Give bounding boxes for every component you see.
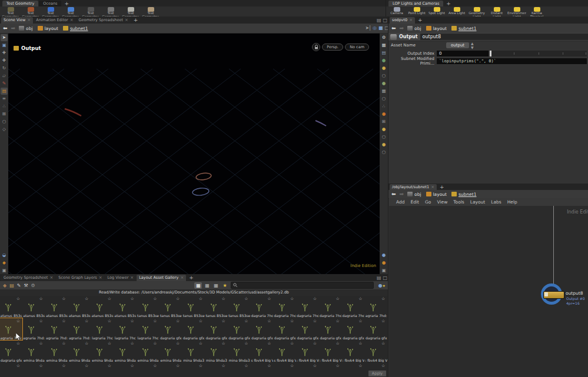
shelf-left-tool-shaderball-icon[interactable]: Test Geometry: ...: [61, 7, 80, 16]
asset-cell[interactable]: ☆dagraria gfx: [251, 318, 273, 340]
asset-cell[interactable]: ☆agraria 7hd:: [46, 318, 68, 340]
asset-cell[interactable]: ☆: [182, 363, 205, 377]
node-name-field[interactable]: output8: [420, 34, 588, 40]
favorite-star-icon[interactable]: ☆: [176, 363, 180, 368]
sun-icon[interactable]: ●: [380, 126, 387, 133]
favorite-star-icon[interactable]: ☆: [176, 296, 180, 301]
view-grid-large-icon[interactable]: ▦: [212, 282, 220, 289]
favorite-star-icon[interactable]: ☆: [199, 319, 202, 323]
asset-cell[interactable]: ☆dagraria gfx: [274, 318, 296, 340]
asset-cell[interactable]: ☆atanus 853s: [23, 296, 45, 318]
asset-cell[interactable]: ☆dagraria gfx: [365, 318, 387, 340]
favorite-star-icon[interactable]: ☆: [244, 341, 248, 346]
scene-pane-tab-2[interactable]: Geometry Spreadsheet×: [77, 17, 131, 24]
settings-gear-icon[interactable]: ⚙: [380, 34, 387, 41]
favorite-star-icon[interactable]: ☆: [290, 363, 294, 368]
favorite-star-icon[interactable]: ☆: [335, 296, 339, 301]
asset-cell[interactable]: ☆mina 9hda3: [182, 341, 205, 362]
asset-cell[interactable]: ☆emina 9hda: [68, 341, 91, 362]
favorite-star-icon[interactable]: ☆: [290, 296, 294, 301]
favorite-star-icon[interactable]: ☆: [16, 363, 20, 368]
asset-cell[interactable]: ☆: [228, 363, 251, 377]
maximize-pane-icon[interactable]: □: [383, 275, 387, 281]
back-arrow-icon[interactable]: ⬅: [391, 191, 396, 197]
pane-menu-icon[interactable]: ▤: [377, 17, 381, 24]
pencil-icon[interactable]: ✎: [17, 283, 21, 288]
asset-cell[interactable]: ☆emina 9hda: [46, 341, 68, 362]
asset-cell[interactable]: ☆: [342, 363, 364, 377]
asset-cell[interactable]: ☆: [91, 363, 114, 377]
favorite-star-icon[interactable]: ☆: [85, 363, 88, 368]
favorite-star-icon[interactable]: ☆: [267, 296, 271, 301]
favorite-star-icon[interactable]: ☆: [85, 319, 88, 323]
favorite-star-icon[interactable]: ☆: [62, 341, 65, 346]
back-arrow-icon[interactable]: ⬅: [3, 25, 8, 31]
favorite-star-icon[interactable]: ☆: [108, 363, 111, 368]
shelf-left-tool-rubber-toy-icon[interactable]: Test Geometry: ...: [1, 7, 20, 16]
asset-cell[interactable]: ☆dagraria gfx: [297, 318, 319, 340]
subnet-prims-field[interactable]: `lopinputprims(".", 0)`: [437, 58, 587, 64]
menu-edit[interactable]: Edit: [411, 199, 420, 205]
output-node[interactable]: output8 Output #0 4pr=16: [541, 283, 588, 309]
favorite-star-icon[interactable]: ☆: [131, 341, 134, 346]
params-pane-add-tab-icon[interactable]: +: [416, 17, 425, 24]
favorite-star-icon[interactable]: ☆: [199, 341, 202, 346]
asset-cell[interactable]: ☆: [160, 363, 182, 377]
shelf-right-add-tab-icon[interactable]: +: [444, 1, 453, 6]
favorite-star-icon[interactable]: ☆: [313, 319, 317, 323]
close-tab-icon[interactable]: ×: [125, 17, 128, 24]
favorite-star-icon[interactable]: ☆: [244, 363, 248, 368]
handles-icon[interactable]: ●: [380, 111, 387, 118]
shelf-left-tool-crag-icon[interactable]: Test Geometry: ...: [81, 7, 100, 16]
close-tab-icon[interactable]: ×: [409, 17, 413, 24]
pose-brush-icon[interactable]: ✎: [1, 80, 8, 87]
asset-cell[interactable]: ☆atanus 853s: [46, 296, 68, 318]
favorite-star-icon[interactable]: ☆: [153, 296, 157, 301]
close-tab-icon[interactable]: ×: [70, 17, 74, 24]
output-index-slider[interactable]: [490, 51, 587, 56]
favorite-star-icon[interactable]: ☆: [85, 341, 88, 346]
asset-cell[interactable]: ☆emina 9hda: [23, 341, 45, 362]
menu-layout[interactable]: Layout: [470, 199, 486, 205]
forward-arrow-icon[interactable]: ➡: [11, 25, 16, 31]
favorite-star-icon[interactable]: ☆: [153, 319, 157, 323]
favorite-star-icon[interactable]: ☆: [199, 363, 202, 368]
close-tab-icon[interactable]: ×: [27, 17, 31, 24]
pane-menu-icon[interactable]: ▤: [377, 275, 381, 281]
node-body[interactable]: [543, 291, 564, 299]
menu-help[interactable]: Help: [507, 199, 517, 205]
close-tab-icon[interactable]: ×: [99, 275, 102, 281]
asset-cell[interactable]: ☆emina 9hda: [137, 341, 160, 362]
asset-cell[interactable]: ☆dagraria gfx: [0, 341, 22, 362]
asset-cell[interactable]: ☆: [137, 363, 160, 377]
favorite-star-icon[interactable]: ☆: [313, 296, 317, 301]
menu-labs[interactable]: Labs: [491, 199, 501, 205]
shelf-left-tab-1[interactable]: Oceans: [39, 1, 61, 6]
asset-cell[interactable]: ☆tanus 853se: [228, 296, 251, 318]
pin-pane-icon[interactable]: ➤|: [365, 24, 370, 33]
shelf-left-tool-pig-icon[interactable]: Test Geometry: ...: [141, 7, 160, 16]
points-display-icon[interactable]: ∴: [380, 103, 387, 110]
favorite-star-icon[interactable]: ☆: [358, 296, 362, 301]
favorite-star-icon[interactable]: ☆: [16, 296, 20, 301]
favorite-star-icon[interactable]: ☆: [131, 363, 134, 368]
asset-cell[interactable]: ☆: [46, 363, 68, 377]
asset-cell[interactable]: ☆tanus 853se: [137, 296, 160, 318]
asset-cell[interactable]: ☆tanus 853se: [182, 296, 205, 318]
favorite-star-icon[interactable]: ☆: [267, 341, 271, 346]
asset-cell[interactable]: ☆s fbvk4 Big V: [251, 341, 273, 362]
forward-arrow-icon[interactable]: ➡: [400, 191, 404, 197]
grid-icon[interactable]: ⊞: [1, 111, 8, 118]
breadcrumb-subnet1[interactable]: subnet1: [63, 26, 88, 31]
asset-cell[interactable]: ☆agraria 7hd:: [68, 318, 91, 340]
misc-icon[interactable]: ▣: [380, 267, 387, 274]
menu-go[interactable]: Go: [425, 199, 431, 205]
secure-selection-icon[interactable]: ▣: [1, 42, 8, 49]
asset-cell[interactable]: ☆tanus 853se: [205, 296, 228, 318]
gallery-pane-tab-0[interactable]: Geometry Spreadsheet×: [1, 275, 55, 281]
asset-cell[interactable]: ☆dagraria gfx: [342, 318, 364, 340]
favorite-star-icon[interactable]: ☆: [62, 363, 65, 368]
params-pane-tab-0[interactable]: sodpvt0×: [390, 17, 415, 24]
asset-cell[interactable]: ☆emina 9hda: [91, 341, 114, 362]
asset-cell[interactable]: ☆: fbvk4 Big V: [320, 341, 342, 362]
